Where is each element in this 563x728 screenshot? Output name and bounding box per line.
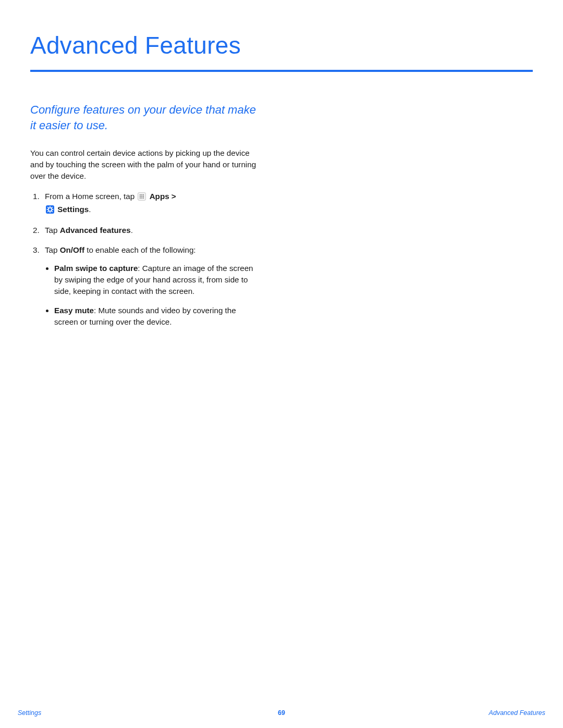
feature-bullets: Palm swipe to capture: Capture an image … xyxy=(45,263,260,327)
step-bold: Advanced features xyxy=(60,226,131,235)
apps-label: Apps xyxy=(150,192,169,201)
step-text: Tap xyxy=(45,245,60,254)
step-tail: to enable each of the following: xyxy=(84,245,196,254)
page-footer: Settings 69 Advanced Features xyxy=(0,709,563,717)
document-page: Advanced Features Configure features on … xyxy=(0,0,563,728)
bullet-title: Palm swipe to capture xyxy=(54,264,138,273)
svg-point-1 xyxy=(140,194,141,195)
step-dot: . xyxy=(131,226,133,235)
svg-line-18 xyxy=(48,211,48,212)
bullet-palm-swipe: Palm swipe to capture: Capture an image … xyxy=(54,263,260,297)
footer-left: Settings xyxy=(18,709,278,717)
svg-point-9 xyxy=(143,198,144,199)
step-1: From a Home screen, tap Apps > xyxy=(42,191,260,216)
title-underline xyxy=(30,70,533,72)
svg-point-2 xyxy=(141,194,142,195)
svg-point-3 xyxy=(143,194,144,195)
apps-grid-icon xyxy=(138,192,146,204)
svg-line-16 xyxy=(48,207,48,208)
settings-label: Settings xyxy=(57,205,89,214)
intro-paragraph: You can control certain device actions b… xyxy=(30,147,260,181)
svg-line-17 xyxy=(52,211,52,212)
step-list: From a Home screen, tap Apps > xyxy=(30,191,260,327)
svg-point-8 xyxy=(141,198,142,199)
step-bold: On/Off xyxy=(60,245,84,254)
footer-right: Advanced Features xyxy=(285,709,545,717)
gt-sep: > xyxy=(172,192,176,201)
svg-point-6 xyxy=(143,196,144,197)
page-subtitle: Configure features on your device that m… xyxy=(30,102,260,133)
page-title: Advanced Features xyxy=(30,31,533,68)
step-2: Tap Advanced features. xyxy=(42,225,260,236)
bullet-title: Easy mute xyxy=(54,306,94,315)
svg-point-5 xyxy=(141,196,142,197)
settings-gear-icon xyxy=(46,205,54,217)
step-dot: . xyxy=(89,205,91,214)
content-column: Configure features on your device that m… xyxy=(30,102,260,327)
svg-point-7 xyxy=(140,198,141,199)
bullet-easy-mute: Easy mute: Mute sounds and video by cove… xyxy=(54,305,260,327)
step-3: Tap On/Off to enable each of the followi… xyxy=(42,244,260,327)
step-text: Tap xyxy=(45,226,60,235)
step-text: From a Home screen, tap xyxy=(45,192,137,201)
footer-page-number: 69 xyxy=(278,709,285,717)
svg-line-19 xyxy=(52,207,52,208)
svg-point-4 xyxy=(140,196,141,197)
